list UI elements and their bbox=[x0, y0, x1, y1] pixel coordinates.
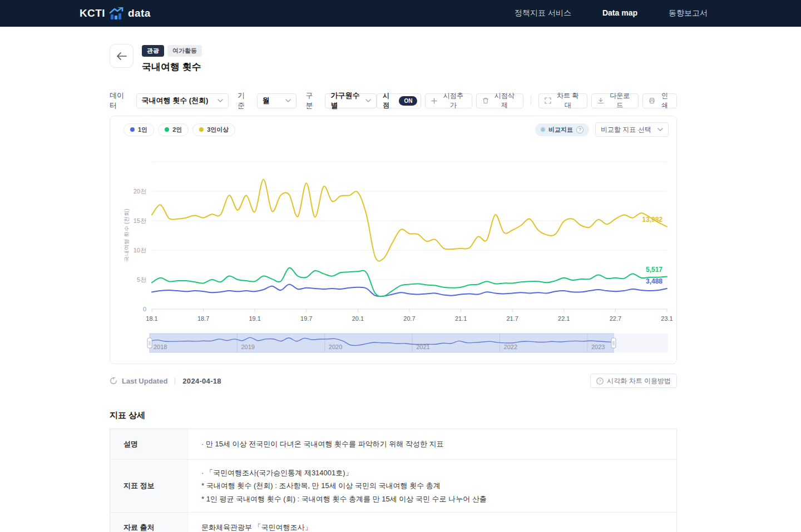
svg-text:3,488: 3,488 bbox=[646, 277, 662, 285]
compare-indicator-chip: 비교지표 ? bbox=[535, 123, 589, 136]
top-navbar: KCTI data 정책지표 서비스 Data map 동향보고서 bbox=[0, 0, 801, 27]
svg-text:21.1: 21.1 bbox=[455, 315, 467, 322]
help-circle-icon[interactable]: ? bbox=[576, 126, 584, 133]
trash-icon bbox=[482, 97, 489, 104]
chart-legend: 1인 2인 3인이상 bbox=[123, 123, 235, 136]
last-updated-label: Last Updated bbox=[122, 377, 167, 385]
row-header-description: 설명 bbox=[110, 429, 188, 459]
basis-select[interactable]: 월 bbox=[257, 93, 297, 108]
table-row: 지표 정보 · 「국민여행조사(국가승인통계 제314001호)」 * 국내여행… bbox=[110, 460, 676, 513]
refresh-clock-icon bbox=[110, 377, 117, 385]
svg-text:5천: 5천 bbox=[137, 276, 146, 283]
tag-tourism: 관광 bbox=[142, 45, 164, 57]
chart-help-button[interactable]: ? 시각화 차트 이용방법 bbox=[590, 374, 677, 388]
chart-brush[interactable]: 201820192020202120222023 bbox=[110, 333, 676, 353]
svg-text:19.1: 19.1 bbox=[249, 315, 260, 322]
add-point-button[interactable]: 시점추가 bbox=[425, 93, 472, 108]
nav-item-trend-report[interactable]: 동향보고서 bbox=[669, 8, 708, 18]
point-toggle-box: 시점 ON bbox=[377, 93, 421, 108]
svg-text:21.7: 21.7 bbox=[506, 315, 518, 322]
tag-leisure: 여가활동 bbox=[167, 45, 202, 57]
chevron-down-icon bbox=[657, 128, 663, 131]
detail-line: * 국내여행 횟수 (천회) : 조사항목, 만 15세 이상 국민의 국내여행… bbox=[201, 481, 663, 491]
nav-item-policy-indicators[interactable]: 정책지표 서비스 bbox=[515, 8, 571, 18]
table-row: 자료 출처 문화체육관광부 「국민여행조사」 bbox=[110, 513, 676, 532]
data-filter-label: 데이터 bbox=[110, 91, 131, 111]
expand-icon bbox=[545, 97, 551, 104]
point-on-toggle[interactable]: ON bbox=[399, 96, 417, 106]
help-circle-icon: ? bbox=[596, 377, 604, 385]
svg-text:20천: 20천 bbox=[134, 188, 146, 195]
last-updated-date: 2024-04-18 bbox=[182, 377, 221, 385]
svg-text:2018: 2018 bbox=[154, 344, 167, 350]
legend-dot-green bbox=[165, 127, 169, 132]
nav-item-data-map[interactable]: Data map bbox=[602, 8, 637, 18]
svg-text:19.7: 19.7 bbox=[300, 315, 312, 322]
toolbar-divider bbox=[531, 96, 531, 105]
legend-item-3in-plus[interactable]: 3인이상 bbox=[192, 123, 235, 136]
controls-row: 데이터 국내여행 횟수 (천회) 기준 월 구분 가구원수별 bbox=[110, 91, 677, 111]
brush-mini-chart: 201820192020202120222023 bbox=[110, 333, 676, 353]
svg-text:0: 0 bbox=[143, 306, 146, 312]
page-title: 국내여행 횟수 bbox=[142, 61, 202, 73]
main-nav: 정책지표 서비스 Data map 동향보고서 bbox=[515, 8, 708, 18]
table-row: 설명 · 만 15세 이상 전국민이 다녀온 국내여행 횟수를 파악하기 위해 … bbox=[110, 429, 676, 460]
svg-text:2020: 2020 bbox=[329, 344, 342, 350]
svg-text:18.1: 18.1 bbox=[146, 315, 157, 322]
logo-data-text: data bbox=[128, 7, 151, 19]
svg-text:20.1: 20.1 bbox=[352, 315, 364, 322]
legend-item-2in[interactable]: 2인 bbox=[158, 123, 189, 136]
svg-text:2022: 2022 bbox=[504, 344, 517, 350]
chevron-down-icon bbox=[217, 99, 223, 102]
expand-chart-button[interactable]: 차트 확대 bbox=[538, 93, 587, 108]
compare-dot-icon bbox=[541, 127, 545, 132]
svg-text:?: ? bbox=[599, 379, 602, 384]
y-axis-title: 국내여행 횟수 (천회) bbox=[123, 208, 131, 262]
detail-line: · 「국민여행조사(국가승인통계 제314001호)」 bbox=[201, 468, 663, 478]
svg-text:13,982: 13,982 bbox=[642, 216, 662, 223]
download-icon bbox=[597, 97, 604, 104]
svg-text:5,517: 5,517 bbox=[646, 266, 662, 274]
point-label: 시점 bbox=[383, 91, 394, 110]
legend-dot-blue bbox=[130, 127, 135, 132]
svg-text:22.7: 22.7 bbox=[610, 315, 621, 322]
legend-item-1in[interactable]: 1인 bbox=[123, 123, 154, 136]
svg-text:20.7: 20.7 bbox=[403, 315, 415, 322]
group-select[interactable]: 가구원수별 bbox=[325, 93, 377, 108]
category-tags: 관광 여가활동 bbox=[142, 45, 202, 57]
data-select[interactable]: 국내여행 횟수 (천회) bbox=[136, 93, 229, 108]
chart-arrow-logo-icon bbox=[109, 7, 124, 20]
updated-row: Last Updated 2024-04-18 ? 시각화 차트 이용방법 bbox=[110, 374, 677, 388]
compare-select[interactable]: 비교할 지표 선택 bbox=[595, 122, 669, 137]
compare-controls: 비교지표 ? 비교할 지표 선택 bbox=[535, 122, 669, 137]
page-content: 관광 여가활동 국내여행 횟수 데이터 국내여행 횟수 (천회) 기준 월 bbox=[110, 44, 677, 532]
details-heading: 지표 상세 bbox=[110, 410, 677, 421]
kcti-data-logo[interactable]: KCTI data bbox=[80, 7, 151, 20]
svg-text:23.1: 23.1 bbox=[661, 315, 673, 322]
svg-text:18.7: 18.7 bbox=[197, 315, 209, 322]
brush-handle-right[interactable] bbox=[611, 338, 616, 349]
chart-area: 20천15천10천5천018.118.719.119.720.120.721.1… bbox=[110, 140, 676, 324]
line-chart: 20천15천10천5천018.118.719.119.720.120.721.1… bbox=[110, 140, 676, 324]
detail-line: · 만 15세 이상 전국민이 다녀온 국내여행 횟수를 파악하기 위해 작성한… bbox=[201, 439, 663, 449]
detail-line: 문화체육관광부 「국민여행조사」 bbox=[201, 523, 663, 532]
brush-handle-left[interactable] bbox=[147, 338, 152, 349]
detail-line: * 1인 평균 국내여행 횟수 (회) : 국내여행 횟수 총계를 만 15세 … bbox=[201, 494, 663, 504]
page-header: 관광 여가활동 국내여행 횟수 bbox=[110, 44, 677, 73]
chevron-down-icon bbox=[285, 99, 291, 102]
svg-text:2019: 2019 bbox=[241, 344, 254, 350]
basis-filter-label: 기준 bbox=[238, 91, 251, 111]
printer-icon bbox=[649, 97, 655, 104]
back-button[interactable] bbox=[110, 44, 134, 68]
svg-text:22.1: 22.1 bbox=[558, 315, 570, 322]
divider bbox=[175, 377, 175, 384]
details-table: 설명 · 만 15세 이상 전국민이 다녀온 국내여행 횟수를 파악하기 위해 … bbox=[110, 429, 677, 532]
print-button[interactable]: 인쇄 bbox=[642, 93, 677, 108]
download-button[interactable]: 다운로드 bbox=[591, 93, 639, 108]
filters: 데이터 국내여행 횟수 (천회) 기준 월 구분 가구원수별 bbox=[110, 91, 377, 111]
svg-text:15천: 15천 bbox=[134, 217, 146, 224]
delete-point-button[interactable]: 시점삭제 bbox=[476, 93, 523, 108]
plus-icon bbox=[431, 98, 437, 104]
svg-text:10천: 10천 bbox=[134, 247, 146, 253]
svg-text:2023: 2023 bbox=[591, 344, 605, 350]
